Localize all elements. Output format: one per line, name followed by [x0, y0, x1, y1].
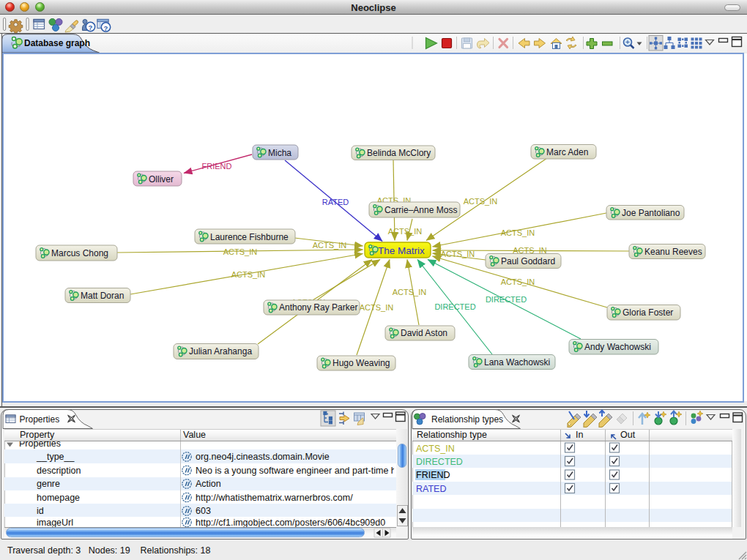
svg-text:ACTS_IN: ACTS_IN	[501, 228, 535, 237]
svg-text:ACTS_IN: ACTS_IN	[313, 241, 347, 250]
svg-text:ACTS_IN: ACTS_IN	[231, 270, 266, 279]
svg-text:Gloria Foster: Gloria Foster	[622, 307, 673, 318]
svg-text:ACTS_IN: ACTS_IN	[393, 288, 427, 296]
svg-text:RATED: RATED	[322, 198, 349, 206]
svg-text:Marc Aden: Marc Aden	[546, 147, 588, 157]
svg-text:The Matrix: The Matrix	[378, 245, 425, 256]
svg-text:Micha: Micha	[268, 148, 291, 158]
svg-text:Lana Wachowski: Lana Wachowski	[484, 357, 550, 367]
svg-text:?: ?	[89, 23, 93, 31]
svg-text:Carrie–Anne Moss: Carrie–Anne Moss	[384, 205, 457, 215]
svg-text:Joe Pantoliano: Joe Pantoliano	[622, 208, 680, 218]
svg-text:DIRECTED: DIRECTED	[486, 295, 527, 304]
svg-text:Properties: Properties	[20, 414, 60, 424]
svg-text:FRIEND: FRIEND	[202, 162, 232, 171]
svg-text:Keanu Reeves: Keanu Reeves	[644, 247, 702, 257]
svg-text:Relationship types: Relationship types	[431, 414, 503, 424]
svg-text:Anthony Ray Parker: Anthony Ray Parker	[279, 302, 357, 313]
svg-text:ACTS_IN: ACTS_IN	[388, 227, 423, 236]
svg-text:Olliver: Olliver	[149, 174, 174, 184]
svg-text:David Aston: David Aston	[401, 328, 447, 338]
svg-text:?: ?	[104, 23, 108, 31]
svg-text:Hugo Weaving: Hugo Weaving	[332, 358, 390, 368]
svg-text:ACTS_IN: ACTS_IN	[223, 247, 258, 256]
svg-text:Marcus Chong: Marcus Chong	[51, 248, 108, 258]
svg-text:Belinda McClory: Belinda McClory	[367, 148, 431, 158]
svg-text:Andy Wachowski: Andy Wachowski	[584, 342, 651, 352]
svg-text:ACTS_IN: ACTS_IN	[513, 246, 547, 255]
svg-text:ACTS_IN: ACTS_IN	[441, 250, 475, 258]
svg-text:Paul Goddard: Paul Goddard	[501, 256, 555, 266]
svg-text:Julian Arahanga: Julian Arahanga	[189, 346, 252, 356]
svg-text:ACTS_IN: ACTS_IN	[360, 303, 394, 312]
svg-text:ACTS_IN: ACTS_IN	[501, 277, 535, 286]
svg-text:ACTS_IN: ACTS_IN	[464, 197, 498, 206]
svg-text:Laurence Fishburne: Laurence Fishburne	[210, 232, 289, 242]
svg-text:Matt Doran: Matt Doran	[81, 291, 124, 301]
svg-text:DIRECTED: DIRECTED	[434, 302, 475, 311]
